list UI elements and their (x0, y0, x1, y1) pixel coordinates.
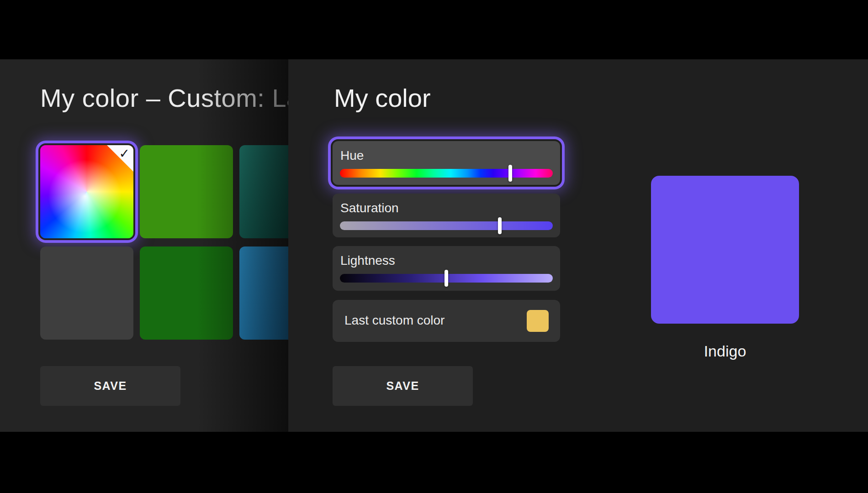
hue-track[interactable] (340, 169, 553, 178)
swatch-blue-shift[interactable] (239, 246, 288, 340)
page-title: My color – Custom: Lavender (40, 83, 288, 113)
my-color-panel: My color Hue Saturation Lightness Last c… (288, 59, 868, 432)
hue-label: Hue (340, 148, 364, 163)
save-button-label: SAVE (386, 379, 419, 393)
last-custom-color-row[interactable]: Last custom color (333, 300, 560, 342)
lightness-label: Lightness (340, 253, 395, 268)
color-preview-swatch (651, 176, 799, 324)
saturation-slider[interactable]: Saturation (333, 194, 560, 237)
saturation-thumb[interactable] (498, 217, 502, 234)
lightness-thumb[interactable] (445, 270, 448, 287)
last-custom-color-label: Last custom color (344, 313, 445, 328)
saturation-label: Saturation (340, 201, 399, 215)
save-button-label: SAVE (94, 379, 127, 393)
swatch-dark-green[interactable] (140, 246, 233, 340)
hue-thumb[interactable] (508, 165, 512, 182)
checkmark-icon: ✓ (119, 146, 130, 161)
swatch-green[interactable] (140, 145, 233, 238)
hue-slider[interactable]: Hue (333, 141, 560, 185)
previous-color-page: My color – Custom: Lavender ✓ SAVE (0, 59, 288, 432)
save-button[interactable]: SAVE (333, 366, 473, 406)
swatch-dark-gray[interactable] (40, 246, 133, 340)
swatch-teal-shift[interactable] (239, 145, 288, 238)
lightness-slider[interactable]: Lightness (333, 246, 560, 291)
swatch-custom-spectrum[interactable]: ✓ (40, 145, 133, 238)
color-preview-name: Indigo (651, 342, 799, 360)
saturation-track[interactable] (340, 221, 553, 230)
save-button-background-page[interactable]: SAVE (40, 366, 180, 406)
last-custom-color-swatch (527, 310, 549, 332)
lightness-track[interactable] (340, 274, 553, 283)
panel-title: My color (334, 83, 431, 113)
